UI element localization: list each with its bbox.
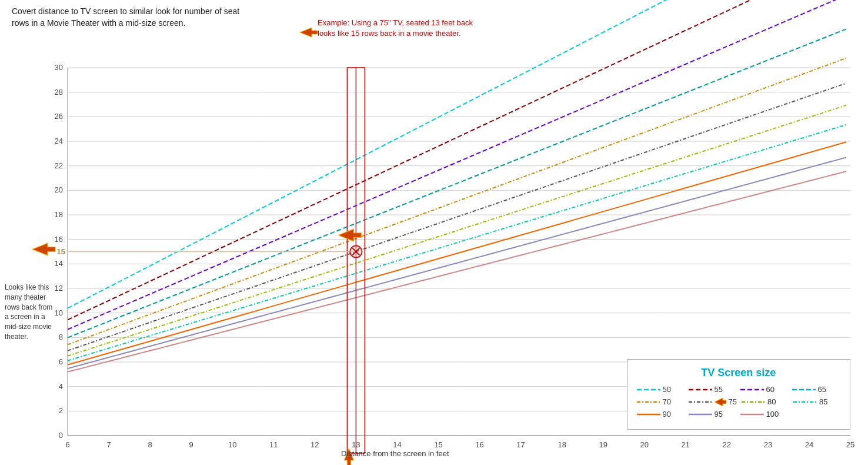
legend-label: 60 <box>766 385 774 394</box>
legend-label: 80 <box>767 397 776 406</box>
legend-item: 85 <box>793 397 840 406</box>
legend-row: 50556065 <box>637 385 840 394</box>
legend-label: 55 <box>715 385 723 394</box>
legend-item: 80 <box>742 397 789 406</box>
legend-item: 95 <box>689 410 736 418</box>
chart-title: Covert distance to TV screen to similar … <box>12 6 259 29</box>
legend-item: 100 <box>740 410 787 418</box>
x-axis-label: Distance from the screen in feet <box>341 449 449 458</box>
legend-label: 85 <box>819 397 827 406</box>
legend-item: 65 <box>792 385 839 394</box>
legend-item: 90 <box>637 410 684 418</box>
legend-label: 65 <box>818 385 826 394</box>
legend-item: 70 <box>637 397 684 406</box>
svg-marker-6 <box>715 398 726 406</box>
legend-row: 70758085 <box>637 397 840 406</box>
legend-label: 90 <box>663 410 671 418</box>
legend-label: 100 <box>766 410 779 418</box>
legend-label: 50 <box>663 385 671 394</box>
legend-item: 60 <box>740 385 787 394</box>
arrow-icon <box>715 398 726 406</box>
legend-box: TV Screen size 50556065707580859095100 <box>627 359 850 430</box>
legend-label: 70 <box>663 397 671 406</box>
legend-title: TV Screen size <box>637 367 840 379</box>
legend-rows: 50556065707580859095100 <box>637 385 840 418</box>
example-annotation: Example: Using a 75" TV, seated 13 feet … <box>318 18 482 39</box>
legend-item: 75 <box>689 397 737 406</box>
y-axis-label: Looks like this many theater rows back f… <box>5 283 58 342</box>
legend-item: 50 <box>637 385 684 394</box>
legend-label: 75 <box>729 397 737 406</box>
legend-row: 9095100 <box>637 410 840 418</box>
legend-item: 55 <box>689 385 736 394</box>
legend-label: 95 <box>715 410 723 418</box>
chart-container: Covert distance to TV screen to similar … <box>0 0 868 465</box>
